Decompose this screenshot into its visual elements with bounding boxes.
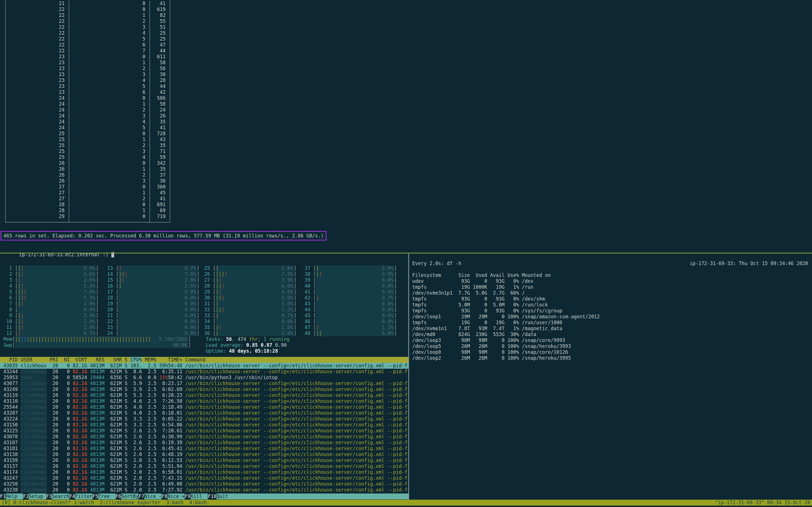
result-row: │ 22 │ 6 │ 47 │ (4, 42, 171, 48)
fn-key-f6[interactable]: F6 (116, 494, 121, 499)
cpu-meter-44: 44 [0.0%] (302, 307, 397, 313)
cpu-meter-18: 18 [0.0%] (104, 295, 200, 301)
cpu-meter-36: 36 [|2.0%] (201, 330, 297, 336)
fn-key-f5[interactable]: F5 (93, 494, 98, 499)
process-row[interactable]: 43224 clickhous 20 0 82.1G 4813M 621M S … (0, 416, 409, 422)
fn-key-f2[interactable]: F2 (23, 494, 29, 499)
process-row[interactable]: 25544 clickhous 20 0 82.1G 4813M 621M S … (0, 404, 409, 410)
df-row: tmpfs 19G 0 19G 0% /run/user/1000 (412, 320, 600, 326)
process-row[interactable]: 43250 clickhous 20 0 82.1G 4813M 621M S … (0, 481, 409, 487)
result-row: │ 22 │ 5 │ 25 │ (4, 36, 171, 42)
cpu-meter-11: 11 [||2.0%] (3, 325, 99, 330)
result-row: │ 25 │ 2 │ 35 │ (4, 143, 171, 149)
cpu-meter-column-3: 25 [|2.0%] 26 [||||7.9%] 27 [||3.9%] 28 … (201, 265, 297, 336)
cpu-meter-column-2: 13 [|0.7%] 14 [|||7.8%] 15 [||2.6%] 16 [… (104, 265, 200, 336)
tmux-session-screen: │ 21 │ 8 │ 41 ││ 22 │ 0 │ 619 ││ 22 │ 1 … (0, 0, 812, 507)
result-row: │ 22 │ 4 │ 25 │ (4, 30, 171, 36)
fn-label-f3[interactable]: Search (52, 494, 69, 499)
result-row: │ 26 │ 2 │ 37 │ (4, 172, 171, 178)
clickhouse-client-pane[interactable]: │ 21 │ 8 │ 41 ││ 22 │ 0 │ 619 ││ 22 │ 1 … (0, 0, 812, 252)
cpu-meter-47: 47 [|1.3%] (302, 325, 397, 330)
df-row: /dev/loop0 98M 98M 0 100% /snap/core/101… (412, 349, 600, 355)
htop-function-key-bar: F1Help F2Setup F3SearchF4FilterF5Tree F6… (0, 494, 409, 499)
process-row[interactable]: 43207 clickhous 20 0 82.1G 4813M 621M S … (0, 410, 409, 416)
cpu-meter-17: 17 [0.0%] (104, 289, 200, 295)
result-table-bottom-border: └─────────────────────┴─────────────────… (4, 219, 171, 225)
result-row: │ 23 │ 1 │ 58 │ (4, 60, 171, 66)
result-row: │ 24 │ 4 │ 35 │ (4, 119, 171, 125)
df-row: /dev/loop3 98M 98M 0 100% /snap/core/999… (412, 337, 600, 343)
process-row[interactable]: 43238 clickhous 20 0 82.1G 4813M 621M S … (0, 487, 409, 493)
fn-label-f6[interactable]: SortBy (121, 494, 139, 499)
process-row[interactable]: 43181 clickhous 20 0 82.1G 4813M 621M S … (0, 446, 409, 452)
process-table-header[interactable]: PID USER PRI NI VIRT RES SHR S CPU% MEM%… (0, 357, 409, 363)
cpu-meter-3: 3 [|2.6%] (3, 277, 99, 283)
cpu-meter-24: 24 [0.0%] (104, 330, 200, 336)
htop-pane[interactable]: 1 [||5.9%] 2 [||4.6%] 3 [|2.6%] 4 [||5.3… (0, 253, 409, 500)
df-row: /dev/nvme1n1 7.8T 93M 7.4T 1% /magnetic_… (412, 326, 600, 332)
result-row: │ 25 │ 4 │ 59 │ (4, 154, 171, 160)
cpu-meter-37: 37 [|2.0%] (302, 265, 397, 271)
process-row[interactable]: 43225 clickhous 20 0 82.1G 4813M 621M S … (0, 428, 409, 434)
result-row: │ 25 │ 1 │ 43 │ (4, 136, 171, 143)
watch-host-datetime: ip-172-31-69-33: Thu Oct 15 09:34:46 202… (690, 261, 808, 267)
cpu-meter-40: 40 [0.0%] (302, 283, 397, 289)
process-row[interactable]: 43035 clickhous 20 0 82.1G 4813M 621M S … (0, 363, 409, 369)
process-row[interactable]: 43138 clickhous 20 0 82.1G 4813M 621M S … (0, 452, 409, 457)
process-row[interactable]: 43119 clickhous 20 0 82.1G 4813M 621M S … (0, 392, 409, 398)
cpu-meter-15: 15 [||2.6%] (104, 277, 200, 283)
process-row[interactable]: 43107 clickhous 20 0 82.1G 4813M 621M S … (0, 440, 409, 446)
watch-df-pane[interactable]: Every 2.0s: df -h ip-172-31-69-33: Thu O… (409, 253, 812, 500)
cpu-meter-8: 8 [0.0%] (3, 307, 99, 313)
fn-key-f9[interactable]: F9 (185, 494, 190, 499)
tmux-status-bar[interactable]: [0] 0:clickhouse-client* 1:watch 2:click… (0, 500, 812, 506)
fn-label-f9[interactable]: Kill (191, 494, 208, 499)
fn-key-f1[interactable]: F1 (0, 494, 6, 499)
fn-label-f1[interactable]: Help (6, 494, 23, 499)
process-row[interactable]: 43174 clickhous 20 0 82.1G 4813M 621M S … (0, 469, 409, 475)
result-row: │ 24 │ 3 │ 26 │ (4, 113, 171, 119)
fn-label-f10[interactable]: Quit (216, 494, 234, 499)
fn-key-f4[interactable]: F4 (69, 494, 75, 499)
cpu-meter-2: 2 [||4.6%] (3, 271, 99, 277)
cpu-meter-32: 32 [|||7.2%] (201, 307, 297, 313)
tmux-host-clock: "ip-172-31-69-33" 09:34 15-Oct-20 (715, 500, 812, 506)
df-row: /dev/nvme3n1p1 7.7G 5.0G 2.7G 66% / (412, 290, 600, 296)
result-row: │ 27 │ 0 │ 360 │ (4, 184, 171, 190)
process-row[interactable]: 43110 clickhous 20 0 82.1G 4813M 621M S … (0, 398, 409, 404)
process-row[interactable]: 43077 clickhous 20 0 82.1G 4813M 621M S … (0, 381, 409, 386)
cpu-meter-48: 48 [||6.0%] (302, 330, 397, 336)
cpu-meter-33: 33 [|0.7%] (201, 313, 297, 319)
process-row[interactable]: 43078 clickhous 20 0 82.1G 4813M 621M S … (0, 434, 409, 440)
memory-meter: Mem[||||||||||||||||||||||||||||||||||||… (3, 336, 191, 342)
process-row[interactable]: 43150 clickhous 20 0 82.1G 4813M 621M S … (0, 422, 409, 428)
cpu-meter-6: 6 [|||5.3%] (3, 295, 99, 301)
result-row: │ 28 │ 0 │ 691 │ (4, 202, 171, 208)
fn-key-f10[interactable]: F10 (208, 494, 216, 499)
cpu-meter-25: 25 [|2.0%] (201, 265, 297, 271)
fn-label-f5[interactable]: Tree (98, 494, 115, 499)
result-row: │ 23 │ 2 │ 56 │ (4, 66, 171, 71)
process-table: 43035 clickhous 20 0 82.1G 4813M 621M S … (0, 363, 409, 493)
process-row[interactable]: 43159 clickhous 20 0 82.1G 4813M 621M S … (0, 457, 409, 463)
fn-label-f7[interactable]: Nice - (144, 494, 161, 499)
fn-label-f8[interactable]: Nice + (167, 494, 185, 499)
query-summary-highlight-box: 465 rows in set. Elapsed: 0.202 sec. Pro… (1, 231, 326, 240)
result-row: │ 27 │ 2 │ 41 │ (4, 196, 171, 202)
fn-label-f2[interactable]: Setup (29, 494, 46, 499)
fn-key-f3[interactable]: F3 (46, 494, 52, 499)
process-row[interactable]: 43244 clickhous 20 0 82.1G 4813M 621M S … (0, 369, 409, 375)
cpu-meter-42: 42 [|0.7%] (302, 295, 397, 301)
process-row[interactable]: 43137 clickhous 20 0 82.1G 4813M 621M S … (0, 463, 409, 469)
process-row[interactable]: 43247 clickhous 20 0 82.1G 4813M 621M S … (0, 475, 409, 481)
cpu-meter-9: 9 [||3.9%] (3, 313, 99, 319)
process-row[interactable]: 43249 clickhous 20 0 82.1G 4813M 621M S … (0, 386, 409, 392)
process-row[interactable]: 25953 root 20 0 58524 19404 6356 S 6.6 0… (0, 375, 409, 381)
fn-key-f8[interactable]: F8 (161, 494, 167, 499)
tmux-window-list[interactable]: [0] 0:clickhouse-client* 1:watch 2:click… (0, 500, 209, 506)
result-row: │ 25 │ 3 │ 71 │ (4, 149, 171, 154)
result-row: │ 23 │ 5 │ 44 │ (4, 83, 171, 89)
cpu-meter-46: 46 [0.0%] (302, 319, 397, 325)
fn-label-f4[interactable]: Filter (75, 494, 92, 499)
fn-key-f7[interactable]: F7 (139, 494, 144, 499)
